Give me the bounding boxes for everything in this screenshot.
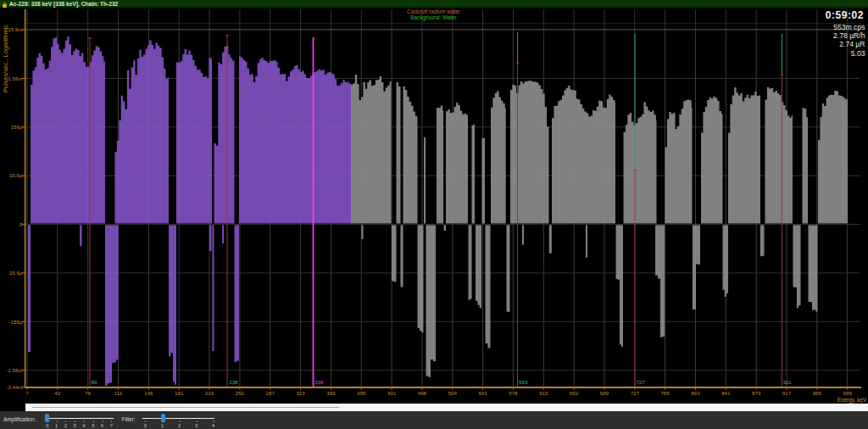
svg-text:181: 181 [175,390,184,396]
svg-text:338: 338 [314,379,324,385]
svg-text:80: 80 [92,379,97,385]
svg-text:765: 765 [660,390,670,396]
svg-text:879: 879 [752,390,761,396]
svg-text:395: 395 [357,390,366,396]
svg-text:Background: Water: Background: Water [410,14,457,21]
svg-text:216: 216 [205,390,214,396]
svg-text:156µ: 156µ [11,124,23,130]
svg-text:917: 917 [782,390,792,396]
svg-text:578: 578 [509,390,518,396]
svg-text:995: 995 [843,390,853,396]
svg-text:553m cps: 553m cps [833,23,865,31]
svg-text:0: 0 [19,221,23,227]
svg-text:841: 841 [721,390,731,396]
svg-text:615: 615 [539,390,548,396]
svg-text:146: 146 [144,390,153,396]
svg-text:1.56m: 1.56m [8,75,22,81]
svg-text:652: 652 [570,390,579,396]
svg-text:2.78 µR/h: 2.78 µR/h [833,31,865,40]
svg-text:5.03: 5.03 [851,49,865,58]
svg-text:-1.56m: -1.56m [6,367,22,373]
svg-text:541: 541 [478,390,487,396]
svg-text:111: 111 [114,390,123,396]
svg-text:431: 431 [387,390,397,396]
svg-text:Pulses/sec., Logarithmic: Pulses/sec., Logarithmic [2,25,9,92]
svg-text:2.74 µR: 2.74 µR [839,40,865,48]
svg-text:468: 468 [418,390,427,396]
svg-text:7: 7 [25,390,29,396]
svg-text:689: 689 [600,390,609,396]
svg-text:-156µ: -156µ [9,319,23,325]
svg-text:727: 727 [637,379,646,385]
svg-text:42: 42 [54,390,60,396]
svg-text:15.6m: 15.6m [8,26,22,32]
svg-text:803: 803 [691,390,700,396]
svg-text:238: 238 [229,379,238,385]
svg-text:359: 359 [326,390,336,396]
svg-text:76: 76 [85,390,91,396]
svg-text:-15.6µ: -15.6µ [8,270,23,276]
svg-text:911: 911 [783,379,792,385]
svg-text:252: 252 [236,390,245,396]
svg-text:15.6µ: 15.6µ [9,172,23,178]
svg-text:583: 583 [519,379,528,385]
svg-text:0:59:02: 0:59:02 [826,9,864,21]
svg-text:956: 956 [813,390,822,396]
svg-text:Energy, keV: Energy, keV [837,397,867,404]
svg-text:504: 504 [448,390,458,396]
svg-text:323: 323 [296,390,305,396]
svg-text:287: 287 [266,390,275,396]
svg-text:-3.44m: -3.44m [6,384,22,390]
svg-text:727: 727 [631,390,640,396]
